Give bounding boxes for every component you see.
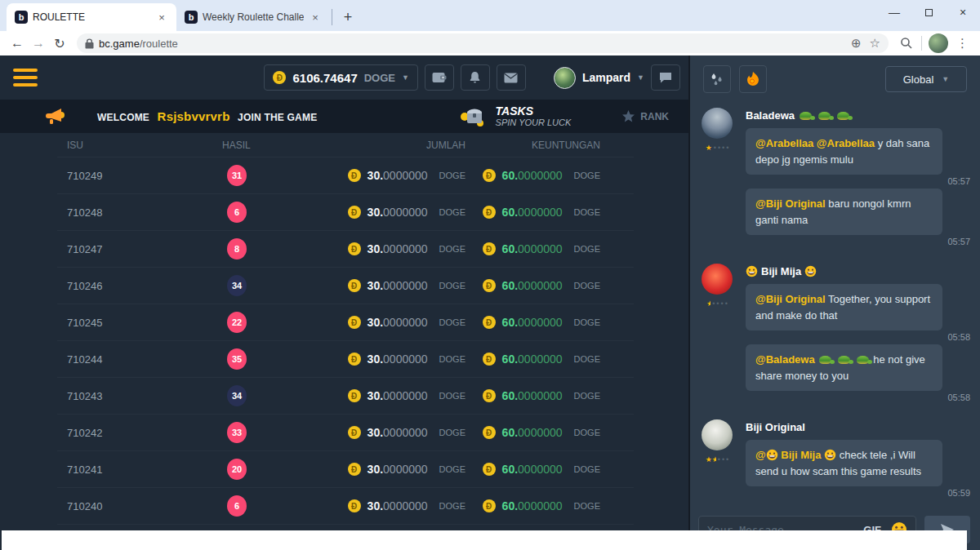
profit-unit: DOGE (574, 391, 600, 401)
lock-icon (85, 38, 94, 49)
bookmark-star-icon[interactable]: ☆ (870, 36, 880, 51)
profit-decimals: 0000000 (518, 169, 563, 182)
minimize-button[interactable]: — (877, 0, 911, 24)
mention[interactable]: @ Biji Mija (755, 449, 840, 461)
amount-decimals: 0000000 (383, 499, 428, 512)
bet-id: 710248 (67, 206, 222, 219)
chat-toggle-button[interactable] (651, 64, 680, 91)
avatar[interactable] (702, 108, 733, 139)
bcgame-favicon (185, 11, 198, 24)
result-badge: 20 (227, 459, 247, 480)
profit-unit: DOGE (574, 501, 600, 511)
profit-unit: DOGE (574, 354, 600, 364)
doge-coin-icon (483, 426, 496, 439)
chat-message: @Biji Original Together, you support and… (746, 284, 969, 330)
table-row[interactable]: 710243 34 30.0000000DOGE 60.0000000DOGE (57, 378, 634, 415)
close-button[interactable]: × (946, 0, 980, 24)
turtle-emoji (800, 112, 812, 120)
avatar[interactable] (702, 419, 733, 450)
welcome-banner: WELCOME Rsjsbvvrvrb JOIN THE GAME TASKS … (0, 100, 688, 133)
notifications-button[interactable] (461, 64, 490, 91)
main-area: 6106.74647 DOGE ▼ Lampard ▼ (0, 55, 688, 550)
wallet-icon (432, 72, 447, 83)
tab-close-icon[interactable]: × (155, 11, 168, 24)
chat-username-row[interactable]: Biji Original (746, 421, 969, 433)
site-header: 6106.74647 DOGE ▼ Lampard ▼ (0, 55, 688, 100)
chat-message-list[interactable]: ★•••• Baladewa @Arabellaa @Arabellaa y d… (690, 103, 980, 509)
chat-message: @Baladewa he not give share money to you… (746, 344, 969, 391)
amount-decimals: 0000000 (383, 169, 428, 182)
coin-drop-button[interactable] (739, 65, 767, 93)
profit-value: 60. (502, 389, 518, 402)
wallet-button[interactable] (425, 64, 454, 91)
profit-decimals: 0000000 (518, 206, 563, 219)
result-badge: 6 (227, 495, 247, 517)
bet-history-table: ISU HASIL JUMLAH KEUNTUNGAN 710249 31 30… (57, 133, 634, 525)
mention[interactable]: @Arabellaa @Arabellaa (755, 137, 875, 149)
profit-decimals: 0000000 (518, 426, 563, 439)
megaphone-icon (45, 108, 66, 126)
rain-button[interactable] (703, 65, 731, 93)
amount-decimals: 0000000 (383, 463, 428, 476)
profit-unit: DOGE (574, 464, 600, 474)
search-extension-icon[interactable] (900, 37, 913, 50)
new-tab-button[interactable]: + (337, 7, 359, 28)
table-row[interactable]: 710241 20 30.0000000DOGE 60.0000000DOGE (57, 451, 634, 488)
avatar[interactable] (702, 264, 733, 295)
table-row[interactable]: 710246 34 30.0000000DOGE 60.0000000DOGE (57, 268, 634, 304)
table-row[interactable]: 710245 22 30.0000000DOGE 60.0000000DOGE (57, 304, 634, 341)
doge-coin-icon (348, 426, 361, 439)
doge-coin-icon (348, 353, 361, 366)
welcome-message: WELCOME Rsjsbvvrvrb JOIN THE GAME (97, 109, 317, 123)
url-bar[interactable]: bc.game /roulette ⊕ ☆ (77, 33, 889, 53)
doge-coin-icon (483, 389, 496, 402)
table-row[interactable]: 710249 31 30.0000000DOGE 60.0000000DOGE (57, 157, 634, 194)
chrome-menu-icon[interactable]: ⋮ (956, 36, 969, 51)
chat-group: ★•••• Baladewa @Arabellaa @Arabellaa y d… (697, 108, 969, 249)
doge-coin-icon (483, 499, 496, 512)
doge-coin-icon (348, 463, 361, 476)
doge-coin-icon (348, 206, 361, 219)
mention[interactable]: @Biji Original (755, 293, 826, 305)
turtle-emoji (819, 356, 831, 364)
chat-username-row[interactable]: Baladewa (746, 109, 969, 122)
doge-coin-icon (483, 463, 496, 476)
message-time: 05:58 (947, 393, 970, 402)
balance-dropdown[interactable]: 6106.74647 DOGE ▼ (264, 64, 417, 91)
chat-channel-select[interactable]: Global ▼ (885, 66, 967, 92)
result-badge: 34 (227, 385, 247, 406)
amount-unit: DOGE (439, 428, 466, 437)
browser-tab-inactive[interactable]: Weekly Roulette Challenge - Win × (176, 3, 330, 31)
tab-close-icon[interactable]: × (309, 11, 322, 24)
table-row[interactable]: 710247 8 30.0000000DOGE 60.0000000DOGE (57, 231, 634, 268)
table-row[interactable]: 710244 35 30.0000000DOGE 60.0000000DOGE (57, 341, 634, 378)
table-row[interactable]: 710242 33 30.0000000DOGE 60.0000000DOGE (57, 415, 634, 451)
user-menu[interactable]: Lampard ▼ (554, 67, 644, 89)
hamburger-menu-icon[interactable] (13, 69, 38, 86)
user-avatar (554, 67, 576, 89)
tasks-labels: TASKS SPIN YOUR LUCK (496, 105, 572, 128)
messages-button[interactable] (497, 64, 526, 91)
tasks-button[interactable]: TASKS SPIN YOUR LUCK (460, 105, 572, 128)
zoom-page-icon[interactable]: ⊕ (851, 36, 862, 51)
browser-profile-avatar[interactable] (929, 33, 948, 53)
mention[interactable]: @Biji Original (755, 197, 826, 210)
forward-icon[interactable]: → (28, 36, 49, 51)
mention-prefix: @ (755, 449, 766, 461)
table-row[interactable]: 710248 6 30.0000000DOGE 60.0000000DOGE (57, 194, 634, 231)
refresh-icon[interactable]: ↻ (49, 36, 70, 51)
chat-username: Biji Mija (761, 265, 801, 277)
result-badge: 31 (227, 165, 247, 186)
back-icon[interactable]: ← (7, 36, 28, 51)
col-header-hasil: HASIL (222, 140, 345, 151)
amount-value: 30. (368, 242, 383, 255)
rank-button[interactable]: RANK (621, 110, 669, 123)
browser-tab-active[interactable]: ROULETTE × (7, 3, 176, 31)
amount-unit: DOGE (439, 354, 466, 364)
mention[interactable]: @Baladewa (755, 353, 815, 366)
maximize-button[interactable] (911, 0, 946, 24)
amount-unit: DOGE (439, 244, 466, 254)
chat-username-row[interactable]: Biji Mija (746, 265, 969, 277)
profit-value: 60. (502, 426, 518, 439)
table-row[interactable]: 710240 6 30.0000000DOGE 60.0000000DOGE (57, 488, 634, 525)
